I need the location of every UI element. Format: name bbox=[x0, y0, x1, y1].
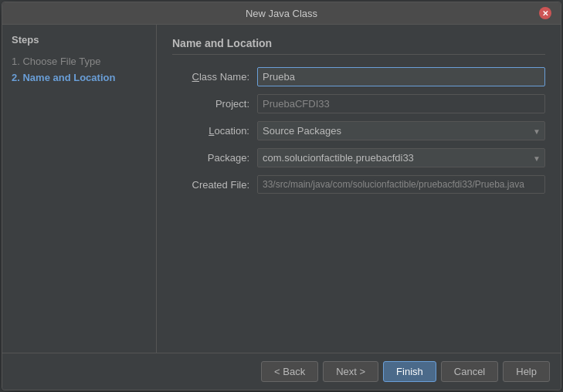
sidebar: Steps 1. Choose File Type 2. Name and Lo… bbox=[2, 25, 157, 353]
package-select[interactable]: com.solucionfactible.pruebacfdi33 bbox=[257, 148, 545, 167]
steps-heading: Steps bbox=[12, 34, 147, 46]
step-1-num: 1. bbox=[12, 56, 20, 67]
created-file-label: Created File: bbox=[172, 179, 257, 191]
created-file-row: Created File: 33/src/main/java/com/soluc… bbox=[172, 175, 545, 194]
step-2-label: Name and Location bbox=[22, 72, 115, 83]
package-label-text: Package: bbox=[208, 152, 249, 164]
new-java-class-dialog: New Java Class ✕ Steps 1. Choose File Ty… bbox=[2, 2, 561, 390]
back-button[interactable]: < Back bbox=[261, 361, 318, 382]
location-row: Location: Source Packages ▼ bbox=[172, 121, 545, 140]
step-2: 2. Name and Location bbox=[12, 69, 147, 86]
section-title: Name and Location bbox=[172, 37, 545, 55]
title-bar: New Java Class ✕ bbox=[2, 2, 561, 25]
package-row: Package: com.solucionfactible.pruebacfdi… bbox=[172, 148, 545, 167]
package-select-wrapper: com.solucionfactible.pruebacfdi33 ▼ bbox=[257, 148, 545, 167]
project-label: Project: bbox=[172, 98, 257, 110]
steps-list: 1. Choose File Type 2. Name and Location bbox=[12, 53, 147, 86]
project-row: Project: bbox=[172, 94, 545, 113]
package-label: Package: bbox=[172, 152, 257, 164]
dialog-footer: < Back Next > Finish Cancel Help bbox=[2, 353, 561, 390]
step-1: 1. Choose File Type bbox=[12, 53, 147, 69]
class-name-input[interactable] bbox=[257, 67, 545, 86]
close-button[interactable]: ✕ bbox=[539, 7, 551, 19]
class-name-label: Class Name: bbox=[172, 71, 257, 83]
class-name-label-text: lass Name: bbox=[199, 71, 249, 83]
step-2-num: 2. bbox=[12, 72, 20, 83]
next-button[interactable]: Next > bbox=[323, 361, 378, 382]
class-name-row: Class Name: bbox=[172, 67, 545, 86]
main-form: Name and Location Class Name: Project: L… bbox=[157, 25, 561, 353]
location-select[interactable]: Source Packages bbox=[257, 121, 545, 140]
created-file-label-text: Created File: bbox=[192, 179, 249, 191]
created-file-value: 33/src/main/java/com/solucionfactible/pr… bbox=[257, 175, 545, 194]
location-select-wrapper: Source Packages ▼ bbox=[257, 121, 545, 140]
dialog-title: New Java Class bbox=[24, 8, 539, 19]
dialog-content: Steps 1. Choose File Type 2. Name and Lo… bbox=[2, 25, 561, 353]
location-label: Location: bbox=[172, 125, 257, 137]
help-button[interactable]: Help bbox=[503, 361, 550, 382]
project-input bbox=[257, 94, 545, 113]
cancel-button[interactable]: Cancel bbox=[441, 361, 498, 382]
project-label-text: Project: bbox=[215, 98, 249, 110]
finish-button[interactable]: Finish bbox=[383, 361, 436, 382]
step-1-label: Choose File Type bbox=[22, 56, 100, 67]
